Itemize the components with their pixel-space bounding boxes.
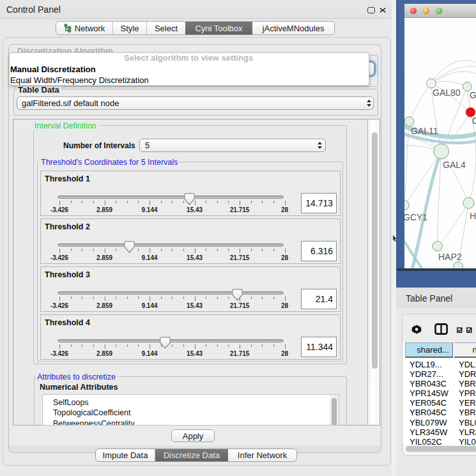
svg-text:GAL4: GAL4 bbox=[443, 160, 466, 170]
svg-text:GAL3: GAL3 bbox=[470, 90, 476, 100]
svg-text:GAL80: GAL80 bbox=[433, 88, 461, 98]
svg-text:HAP: HAP bbox=[470, 211, 476, 221]
svg-text:GAL11: GAL11 bbox=[411, 126, 438, 136]
svg-text:HAP2: HAP2 bbox=[438, 252, 462, 262]
svg-text:GCY1: GCY1 bbox=[404, 212, 427, 222]
svg-text:CAR1: CAR1 bbox=[472, 116, 476, 126]
